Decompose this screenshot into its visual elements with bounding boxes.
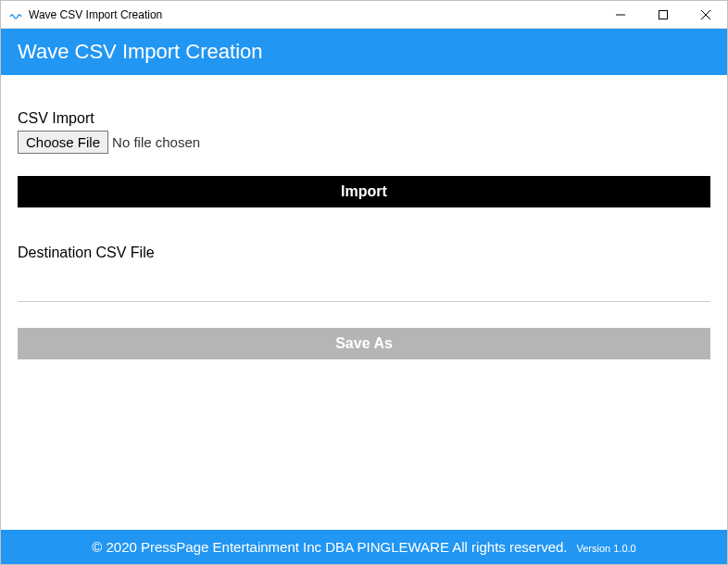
window-titlebar: Wave CSV Import Creation xyxy=(1,1,727,29)
file-chooser-row: Choose File No file chosen xyxy=(18,131,710,154)
choose-file-button[interactable]: Choose File xyxy=(18,131,108,154)
header-bar: Wave CSV Import Creation xyxy=(1,29,727,75)
destination-label: Destination CSV File xyxy=(18,245,710,261)
file-status-text: No file chosen xyxy=(112,134,200,150)
svg-rect-1 xyxy=(659,10,668,19)
maximize-button[interactable] xyxy=(642,1,684,28)
import-button[interactable]: Import xyxy=(18,176,710,207)
destination-input[interactable] xyxy=(18,270,710,302)
close-button[interactable] xyxy=(684,1,727,28)
footer-bar: © 2020 PressPage Entertainment Inc DBA P… xyxy=(1,530,727,564)
header-title: Wave CSV Import Creation xyxy=(18,40,263,63)
minimize-button[interactable] xyxy=(599,1,642,28)
main-content: CSV Import Choose File No file chosen Im… xyxy=(1,75,727,376)
footer-copyright: © 2020 PressPage Entertainment Inc DBA P… xyxy=(92,539,567,555)
window-title: Wave CSV Import Creation xyxy=(29,8,599,21)
csv-import-label: CSV Import xyxy=(18,110,710,127)
footer-version: Version 1.0.0 xyxy=(577,543,636,554)
app-icon xyxy=(8,7,23,22)
window-controls xyxy=(599,1,727,28)
save-as-button[interactable]: Save As xyxy=(18,328,710,359)
